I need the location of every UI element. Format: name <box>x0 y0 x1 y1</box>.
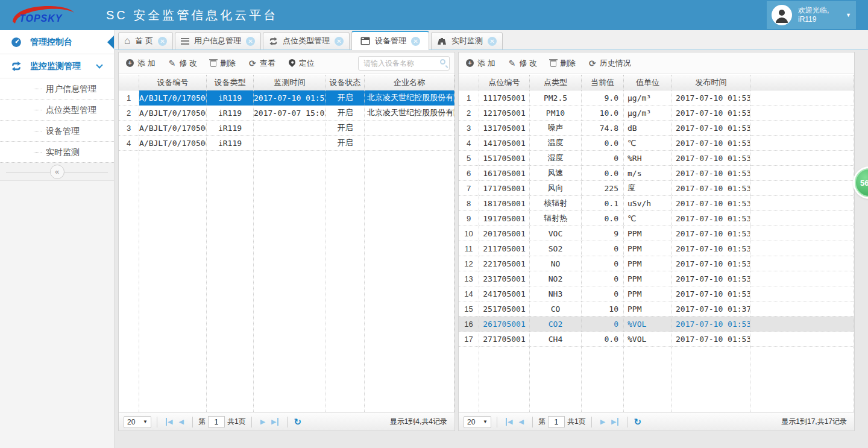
next-page-button[interactable] <box>600 418 605 426</box>
cell-num: 1 <box>459 90 479 106</box>
close-icon[interactable] <box>488 37 497 46</box>
cell-value: 0 <box>582 256 624 271</box>
col-header[interactable]: 点类型 <box>530 75 582 90</box>
pencil-icon <box>169 59 176 68</box>
add-button[interactable]: 添 加 <box>466 58 495 69</box>
binoculars-icon <box>437 37 447 45</box>
page-number-input[interactable] <box>208 416 225 427</box>
cell-time: 2017-07-10 01:37:01 <box>672 301 750 317</box>
col-header[interactable]: 监测时间 <box>254 75 326 90</box>
tab-user-info[interactable]: 用户信息管理 <box>175 32 261 49</box>
pencil-icon <box>509 59 516 68</box>
device-row[interactable]: 1A/BJLT/0/1705001iR1192017-07-10 01:53:2… <box>119 90 454 106</box>
tab-home[interactable]: 首 页 <box>118 32 173 49</box>
chevron-down-icon: ▼ <box>143 419 148 424</box>
prev-page-button[interactable] <box>518 418 523 426</box>
refresh-icon <box>589 59 596 68</box>
point-row[interactable]: 4141705001温度0.0℃2017-07-10 01:53:22 <box>459 136 854 151</box>
locate-button[interactable]: 定位 <box>289 58 315 69</box>
point-row[interactable]: 7171705001风向225度2017-07-10 01:53:21 <box>459 181 854 196</box>
delete-button[interactable]: 删除 <box>550 58 576 69</box>
cell-code: 251705001 <box>479 301 530 317</box>
point-row[interactable]: 13231705001NO20PPM2017-07-10 01:53:22 <box>459 271 854 286</box>
edit-button[interactable]: 修 改 <box>169 58 197 69</box>
view-button[interactable]: 查看 <box>249 58 275 69</box>
close-icon[interactable] <box>158 37 167 46</box>
point-row[interactable]: 12221705001NO0PPM2017-07-10 01:53:21 <box>459 256 854 271</box>
sidebar-item-user-info[interactable]: 用户信息管理 <box>0 78 114 99</box>
point-row[interactable]: 15251705001CO10PPM2017-07-10 01:37:01 <box>459 301 854 317</box>
point-row[interactable]: 9191705001辐射热0.0℃2017-07-10 01:53:21 <box>459 211 854 226</box>
cell-type: NH3 <box>530 286 582 301</box>
sidebar-collapse[interactable] <box>0 163 114 181</box>
cell-status: 开启 <box>326 121 365 136</box>
point-row[interactable]: 2121705001PM1010.0μg/m³2017-07-10 01:53:… <box>459 106 854 121</box>
point-row[interactable]: 5151705001湿度0%RH2017-07-10 01:53:22 <box>459 151 854 166</box>
sidebar-item-point-type[interactable]: 点位类型管理 <box>0 99 114 121</box>
page-number-input[interactable] <box>548 416 565 427</box>
col-header[interactable]: 发布时间 <box>672 75 750 90</box>
col-header[interactable]: 设备类型 <box>207 75 254 90</box>
delete-button[interactable]: 删除 <box>210 58 236 69</box>
cell-time: 2017-07-10 01:53:22 <box>672 226 750 241</box>
page-size-select[interactable]: 20 ▼ <box>124 416 151 428</box>
tab-point-type[interactable]: 点位类型管理 <box>263 32 350 49</box>
point-row[interactable]: 6161705001风速0.0m/s2017-07-10 01:53:21 <box>459 166 854 181</box>
tab-label: 首 页 <box>135 36 153 46</box>
point-row[interactable]: 1111705001PM2.59.0μg/m³2017-07-10 01:53:… <box>459 90 854 106</box>
sidebar-item-console[interactable]: 管理控制台 <box>0 30 114 54</box>
point-row[interactable]: 3131705001噪声74.8dB2017-07-10 01:53:22 <box>459 121 854 136</box>
col-header[interactable]: 设备状态 <box>326 75 365 90</box>
close-icon[interactable] <box>411 37 420 46</box>
col-header[interactable]: 企业名称 <box>365 75 454 90</box>
prev-page-button[interactable] <box>178 418 183 426</box>
device-row[interactable]: 2A/BJLT/0/1705002iR1192017-07-07 15:03:0… <box>119 106 454 121</box>
button-label: 定位 <box>299 58 315 69</box>
col-header[interactable]: 设备编号 <box>139 75 207 90</box>
cell-type: 风向 <box>530 181 582 196</box>
point-row[interactable]: 16261705001CO20%VOL2017-07-10 01:53:22 <box>459 317 854 332</box>
point-row[interactable]: 17271705001CH40.0%VOL2017-07-10 01:53:21 <box>459 332 854 347</box>
device-panel: 添 加 修 改 删除 查看 定位 <box>118 52 455 431</box>
col-header[interactable]: 当前值 <box>582 75 624 90</box>
collapse-icon[interactable] <box>50 165 64 179</box>
device-row[interactable]: 4A/BJLT/0/1705004iR119开启 <box>119 136 454 151</box>
point-row[interactable]: 14241705001NH30PPM2017-07-10 01:53:21 <box>459 286 854 301</box>
filler-cell <box>365 151 454 412</box>
refresh-icon[interactable] <box>294 417 302 427</box>
close-icon[interactable] <box>246 37 255 46</box>
button-label: 历史情况 <box>600 58 631 69</box>
sidebar-item-realtime[interactable]: 实时监测 <box>0 142 114 163</box>
add-button[interactable]: 添 加 <box>126 58 156 69</box>
refresh-icon[interactable] <box>634 417 642 427</box>
user-menu[interactable]: 欢迎光临, iR119 ▼ <box>767 1 856 29</box>
cell-num: 10 <box>459 226 479 241</box>
page-size-select[interactable]: 20 ▼ <box>464 416 491 428</box>
filler-cell <box>326 151 365 412</box>
edit-button[interactable]: 修 改 <box>509 58 537 69</box>
cell-filler <box>750 90 854 106</box>
first-page-button[interactable] <box>166 418 172 426</box>
tab-device-management[interactable]: 设备管理 <box>351 31 429 50</box>
search-icon[interactable] <box>440 59 445 65</box>
sidebar-item-monitoring[interactable]: 监控监测管理 <box>0 54 114 78</box>
point-row[interactable]: 10201705001VOC9PPM2017-07-10 01:53:22 <box>459 226 854 241</box>
search-input[interactable] <box>358 56 450 71</box>
col-header[interactable]: 值单位 <box>624 75 672 90</box>
point-row[interactable]: 8181705001核辐射0.1uSv/h2017-07-10 01:53:21 <box>459 196 854 211</box>
chevron-down-icon[interactable]: ▼ <box>846 12 851 18</box>
close-icon[interactable] <box>335 37 344 46</box>
tab-label: 点位类型管理 <box>283 36 330 46</box>
tab-realtime-monitor[interactable]: 实时监测 <box>431 32 503 49</box>
col-header[interactable]: 点位编号 <box>479 75 530 90</box>
first-page-button[interactable] <box>506 418 512 426</box>
point-row[interactable]: 11211705001SO20PPM2017-07-10 01:53:22 <box>459 241 854 256</box>
next-page-button[interactable] <box>260 418 265 426</box>
last-page-button[interactable] <box>611 418 618 426</box>
device-row[interactable]: 3A/BJLT/0/1705003iR119开启 <box>119 121 454 136</box>
history-button[interactable]: 历史情况 <box>589 58 631 69</box>
cell-num: 2 <box>459 106 479 121</box>
last-page-button[interactable] <box>271 418 278 426</box>
sidebar-item-device[interactable]: 设备管理 <box>0 121 114 142</box>
user-welcome: 欢迎光临, iR119 <box>798 6 844 24</box>
